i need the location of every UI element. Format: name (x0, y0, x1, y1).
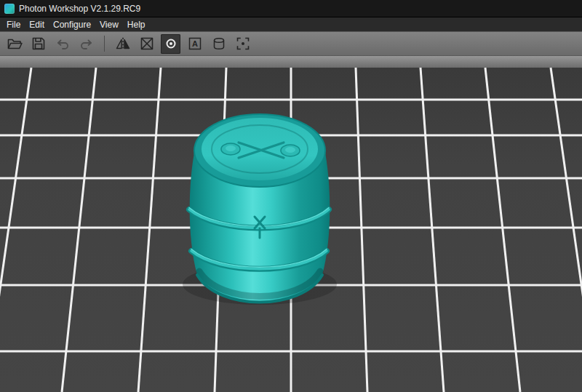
menu-view[interactable]: View (95, 17, 123, 31)
redo-button[interactable] (76, 34, 96, 54)
build-plate-viewport[interactable] (0, 68, 582, 392)
title-bar: Photon Workshop V2.1.29.RC9 (0, 0, 582, 17)
barrel-bung-right (281, 145, 300, 156)
plate-button[interactable] (233, 34, 252, 54)
menu-help[interactable]: Help (123, 17, 150, 31)
circle-dot-icon (163, 36, 179, 52)
barrel-bung-left (221, 143, 240, 155)
app-logo-icon (4, 4, 15, 14)
folder-open-icon (7, 36, 23, 52)
menu-bar: File Edit Configure View Help (0, 17, 582, 31)
model-barrel[interactable] (183, 114, 337, 305)
text-button[interactable]: A (185, 34, 204, 54)
toolbar-separator (104, 36, 105, 52)
toolbar-lower-band (0, 55, 582, 68)
cylinder-icon (211, 36, 227, 52)
resin-button[interactable] (209, 34, 228, 54)
frame-target-icon (235, 36, 251, 52)
menu-file[interactable]: File (2, 17, 25, 31)
main-toolbar: A (0, 31, 582, 55)
letter-a-icon: A (187, 36, 203, 52)
save-button[interactable] (28, 34, 48, 54)
redo-arrow-icon (79, 36, 95, 52)
open-button[interactable] (4, 34, 24, 54)
barrel-lid (194, 114, 325, 187)
arrange-button[interactable] (137, 34, 156, 54)
menu-edit[interactable]: Edit (25, 17, 49, 31)
mirror-icon (115, 36, 131, 52)
undo-arrow-icon (55, 36, 71, 52)
window-title: Photon Workshop V2.1.29.RC9 (19, 4, 140, 14)
box-cross-icon (139, 36, 155, 52)
undo-button[interactable] (52, 34, 72, 54)
scene-canvas[interactable] (0, 68, 582, 392)
view-button[interactable] (161, 34, 180, 54)
save-icon (31, 36, 47, 52)
menu-configure[interactable]: Configure (49, 17, 95, 31)
svg-text:A: A (192, 39, 198, 48)
mirror-button[interactable] (113, 34, 132, 54)
